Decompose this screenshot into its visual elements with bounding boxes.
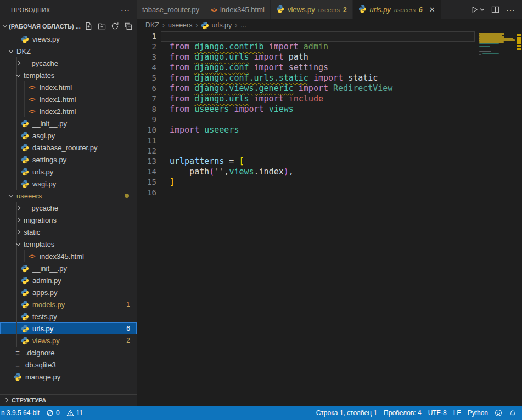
code-line-5[interactable]: 5from django.conf.urls.static import sta…: [137, 73, 522, 83]
code-line-14[interactable]: 14 path('',views.index),: [137, 167, 522, 177]
minimap[interactable]: [478, 31, 517, 406]
overview-ruler[interactable]: [517, 31, 522, 406]
tree-file-urls.py[interactable]: urls.py: [0, 166, 137, 178]
tab-index345.html[interactable]: <>index345.html: [205, 0, 271, 19]
tree-file-tests.py[interactable]: tests.py: [0, 310, 137, 322]
breadcrumb-item-urls.py[interactable]: urls.py: [201, 21, 232, 30]
tree-file-__init__.py[interactable]: __init__.py: [0, 262, 137, 274]
status-item-bell-icon[interactable]: [506, 406, 520, 420]
code-token: import: [249, 94, 289, 104]
tree-folder-useeers[interactable]: useeers: [0, 190, 137, 202]
code-line-6[interactable]: 6from django.views.generic import Redire…: [137, 83, 522, 94]
tree-folder-templates[interactable]: templates: [0, 238, 137, 250]
workspace-section-header[interactable]: (РАБОЧАЯ ОБЛАСТЬ) ...: [0, 19, 137, 33]
status-item-Пробелов: 4[interactable]: Пробелов: 4: [380, 406, 425, 420]
tab-problems-badge: 6: [419, 6, 423, 14]
tree-file-asgi.py[interactable]: asgi.py: [0, 129, 137, 141]
code-editor[interactable]: 12from django.contrib import admin3from …: [137, 31, 522, 406]
status-item-UTF-8[interactable]: UTF-8: [425, 406, 450, 420]
chevron-down-icon: [3, 23, 7, 27]
tree-item-label: .dcignore: [25, 349, 54, 357]
tree-folder-migrations[interactable]: migrations: [0, 214, 137, 226]
tree-folder-__pycache__[interactable]: __pycache__: [0, 57, 137, 69]
split-editor-icon[interactable]: [491, 5, 499, 14]
status-item-n 3.9.5 64-bit[interactable]: n 3.9.5 64-bit: [0, 406, 43, 420]
tree-file-index2.html[interactable]: <>index2.html: [0, 105, 137, 117]
code-line-9[interactable]: 9: [137, 115, 522, 125]
new-file-icon[interactable]: [85, 22, 93, 30]
code-line-13[interactable]: 13urlpatterns = [: [137, 156, 522, 167]
more-actions-icon[interactable]: ···: [506, 5, 515, 14]
breadcrumb-item-DKZ[interactable]: DKZ: [145, 21, 159, 29]
tree-file-.dcignore[interactable]: ≡.dcignore: [0, 347, 137, 359]
line-content: from django.urls import path: [161, 52, 475, 63]
run-python-file-button[interactable]: [470, 5, 485, 14]
code-line-15[interactable]: 15]: [137, 177, 522, 188]
tree-file-views.py[interactable]: views.py: [0, 33, 137, 45]
breadcrumb-item-...[interactable]: ...: [240, 21, 246, 29]
new-folder-icon[interactable]: [98, 22, 106, 30]
indent-guide: [170, 167, 170, 177]
code-token: django.conf: [194, 63, 249, 72]
tree-file-apps.py[interactable]: apps.py: [0, 286, 137, 298]
minimap-line: [479, 46, 490, 47]
file-icon: ≡: [15, 361, 20, 369]
tree-file-index345.html[interactable]: <>index345.html: [0, 250, 137, 262]
tab-views.py[interactable]: views.pyuseeers2: [271, 0, 353, 19]
line-number: 5: [142, 73, 161, 83]
chevron-down-icon: [9, 192, 13, 197]
code-token: ]: [170, 177, 175, 187]
vscode-window: ПРОВОДНИК ··· (РАБОЧАЯ ОБЛАСТЬ) ... view…: [0, 0, 522, 406]
tree-file-settings.py[interactable]: settings.py: [0, 154, 137, 166]
refresh-icon[interactable]: [111, 22, 119, 30]
tab-tabase_roouter.py[interactable]: tabase_roouter.py: [137, 0, 205, 19]
code-line-7[interactable]: 7from django.urls import include: [137, 94, 522, 104]
tree-file-index.html[interactable]: <>index.html: [0, 81, 137, 93]
tree-file-models.py[interactable]: models.py1: [0, 298, 137, 310]
tree-file-admin.py[interactable]: admin.py: [0, 274, 137, 286]
tree-folder-templates[interactable]: templates: [0, 69, 137, 81]
code-line-3[interactable]: 3from django.urls import path: [137, 52, 522, 63]
tree-file-index1.html[interactable]: <>index1.html: [0, 93, 137, 105]
outline-section-header[interactable]: СТРУКТУРА: [0, 394, 137, 406]
code-line-12[interactable]: 12: [137, 146, 522, 156]
code-line-16[interactable]: 16: [137, 188, 522, 198]
status-label: 0: [56, 409, 60, 417]
tree-file-wsgi.py[interactable]: wsgi.py: [0, 178, 137, 190]
python-icon: [21, 35, 29, 43]
tree-file-__init__.py[interactable]: __init__.py: [0, 117, 137, 129]
status-item-feedback-icon[interactable]: [491, 406, 506, 420]
collapse-all-icon[interactable]: [124, 22, 132, 30]
code-line-10[interactable]: 10import useeers: [137, 125, 522, 135]
python-icon: [21, 156, 29, 164]
status-item-LF[interactable]: LF: [450, 406, 464, 420]
tree-file-urls.py[interactable]: urls.py6: [0, 322, 137, 334]
code-line-8[interactable]: 8from useeers import views: [137, 104, 522, 115]
breadcrumb-separator: ›: [162, 21, 165, 29]
code-line-1[interactable]: 1: [137, 31, 522, 42]
tree-file-database_roouter.py[interactable]: database_roouter.py: [0, 141, 137, 154]
status-item-Строка 1, столбец 1[interactable]: Строка 1, столбец 1: [313, 406, 380, 420]
status-item-11[interactable]: 11: [63, 406, 86, 420]
tree-file-views.py[interactable]: views.py2: [0, 334, 137, 347]
code-line-11[interactable]: 11: [137, 135, 522, 146]
tree-folder-DKZ[interactable]: DKZ: [0, 45, 137, 57]
code-line-2[interactable]: 2from django.contrib import admin: [137, 42, 522, 52]
breadcrumb-item-useeers[interactable]: useeers: [168, 21, 192, 29]
tree-folder-static[interactable]: static: [0, 226, 137, 238]
tree-item-label: index.html: [40, 83, 72, 92]
close-icon[interactable]: ✕: [429, 5, 435, 14]
html-icon: <>: [29, 96, 35, 103]
tree-item-label: db.sqlite3: [25, 361, 56, 369]
tree-folder-__pycache__[interactable]: __pycache__: [0, 202, 137, 214]
line-number: 9: [142, 115, 161, 125]
file-type-icon: [20, 288, 29, 297]
tree-item-label: views.py: [32, 35, 60, 43]
tree-file-manage.py[interactable]: manage.py: [0, 371, 137, 383]
tree-file-db.sqlite3[interactable]: ≡db.sqlite3: [0, 359, 137, 371]
code-line-4[interactable]: 4from django.conf import settings: [137, 63, 522, 73]
status-item-Python[interactable]: Python: [464, 406, 491, 420]
status-item-0[interactable]: 0: [43, 406, 63, 420]
views-more-actions-icon[interactable]: ···: [121, 5, 130, 14]
tab-urls.py[interactable]: urls.pyuseeers6✕: [353, 0, 441, 19]
